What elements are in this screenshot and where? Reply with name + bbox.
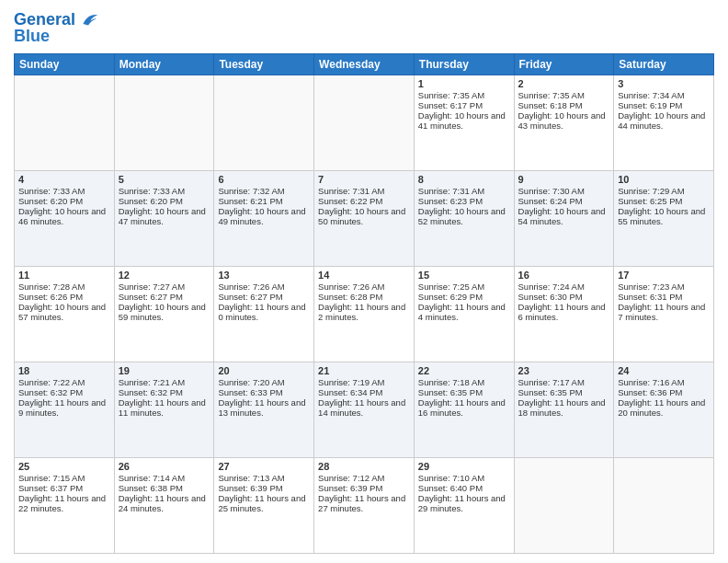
day-number: 4 [18,174,110,185]
calendar-cell [314,75,415,170]
calendar-cell: 28Sunrise: 7:12 AMSunset: 6:39 PMDayligh… [314,457,415,553]
day-info-line: Sunset: 6:23 PM [418,196,510,206]
day-info-line: Daylight: 10 hours and 46 minutes. [18,206,110,226]
calendar-cell: 4Sunrise: 7:33 AMSunset: 6:20 PMDaylight… [15,170,115,266]
day-info-line: Sunrise: 7:28 AM [18,282,110,292]
day-info-line: Sunset: 6:33 PM [218,387,310,397]
day-info-line: Daylight: 10 hours and 44 minutes. [618,110,710,131]
day-number: 17 [618,270,710,281]
day-info-line: Sunrise: 7:26 AM [218,282,310,292]
day-number: 5 [119,174,210,185]
calendar-cell: 19Sunrise: 7:21 AMSunset: 6:32 PMDayligh… [114,362,214,457]
day-info-line: Daylight: 11 hours and 9 minutes. [18,397,110,418]
day-info-line: Sunrise: 7:21 AM [119,377,210,387]
day-number: 8 [418,174,510,185]
day-info-line: Sunset: 6:38 PM [119,483,210,493]
day-info-line: Daylight: 10 hours and 49 minutes. [218,206,310,226]
day-info-line: Daylight: 11 hours and 24 minutes. [119,493,210,513]
calendar-cell: 26Sunrise: 7:14 AMSunset: 6:38 PMDayligh… [114,457,214,553]
day-info-line: Daylight: 11 hours and 20 minutes. [618,397,710,418]
calendar-cell: 5Sunrise: 7:33 AMSunset: 6:20 PMDaylight… [114,170,214,266]
calendar-cell: 13Sunrise: 7:26 AMSunset: 6:27 PMDayligh… [214,266,314,362]
day-info-line: Sunrise: 7:20 AM [218,377,310,387]
calendar-cell: 12Sunrise: 7:27 AMSunset: 6:27 PMDayligh… [114,266,214,362]
logo-bird-icon [77,9,99,31]
calendar-cell: 18Sunrise: 7:22 AMSunset: 6:32 PMDayligh… [15,362,115,457]
day-number: 26 [119,461,210,472]
day-info-line: Daylight: 10 hours and 54 minutes. [518,206,610,226]
week-row-5: 25Sunrise: 7:15 AMSunset: 6:37 PMDayligh… [15,457,714,553]
day-info-line: Sunset: 6:17 PM [418,100,510,110]
day-info-line: Sunrise: 7:15 AM [18,473,110,483]
day-number: 12 [119,270,210,281]
week-row-3: 11Sunrise: 7:28 AMSunset: 6:26 PMDayligh… [15,266,714,362]
day-number: 24 [618,365,710,376]
day-number: 18 [18,365,110,376]
day-number: 29 [418,461,510,472]
day-info-line: Sunrise: 7:26 AM [318,282,410,292]
calendar-cell: 8Sunrise: 7:31 AMSunset: 6:23 PMDaylight… [414,170,514,266]
day-info-line: Sunrise: 7:14 AM [119,473,210,483]
day-info-line: Sunset: 6:18 PM [518,100,610,110]
calendar-cell: 20Sunrise: 7:20 AMSunset: 6:33 PMDayligh… [214,362,314,457]
day-info-line: Sunrise: 7:16 AM [618,377,710,387]
calendar-cell: 15Sunrise: 7:25 AMSunset: 6:29 PMDayligh… [414,266,514,362]
day-info-line: Sunrise: 7:24 AM [518,282,610,292]
calendar-cell: 9Sunrise: 7:30 AMSunset: 6:24 PMDaylight… [514,170,614,266]
day-info-line: Sunset: 6:35 PM [418,387,510,397]
day-info-line: Sunset: 6:40 PM [418,483,510,493]
calendar-cell: 23Sunrise: 7:17 AMSunset: 6:35 PMDayligh… [514,362,614,457]
day-info-line: Daylight: 11 hours and 18 minutes. [518,397,610,418]
day-info-line: Daylight: 10 hours and 43 minutes. [518,110,610,131]
day-number: 16 [518,270,610,281]
day-info-line: Sunrise: 7:27 AM [119,282,210,292]
calendar-cell: 2Sunrise: 7:35 AMSunset: 6:18 PMDaylight… [514,75,614,170]
day-info-line: Sunrise: 7:32 AM [218,186,310,196]
day-header-monday: Monday [114,53,214,75]
week-row-2: 4Sunrise: 7:33 AMSunset: 6:20 PMDaylight… [15,170,714,266]
day-number: 7 [318,174,410,185]
calendar-cell: 22Sunrise: 7:18 AMSunset: 6:35 PMDayligh… [414,362,514,457]
day-header-wednesday: Wednesday [314,53,415,75]
day-number: 27 [218,461,310,472]
day-header-thursday: Thursday [414,53,514,75]
day-info-line: Sunrise: 7:23 AM [618,282,710,292]
calendar-cell: 10Sunrise: 7:29 AMSunset: 6:25 PMDayligh… [614,170,714,266]
day-info-line: Sunrise: 7:18 AM [418,377,510,387]
day-info-line: Daylight: 11 hours and 0 minutes. [218,302,310,322]
calendar-cell: 11Sunrise: 7:28 AMSunset: 6:26 PMDayligh… [15,266,115,362]
day-number: 23 [518,365,610,376]
day-info-line: Daylight: 11 hours and 11 minutes. [119,397,210,418]
day-header-friday: Friday [514,53,614,75]
day-info-line: Daylight: 11 hours and 22 minutes. [18,493,110,513]
day-info-line: Sunset: 6:20 PM [119,196,210,206]
day-number: 20 [218,365,310,376]
header: General Blue [14,9,714,46]
day-info-line: Daylight: 11 hours and 29 minutes. [418,493,510,513]
day-info-line: Sunset: 6:27 PM [119,292,210,302]
day-info-line: Sunset: 6:19 PM [618,100,710,110]
calendar-header-row: SundayMondayTuesdayWednesdayThursdayFrid… [15,53,714,75]
day-number: 28 [318,461,410,472]
day-info-line: Sunset: 6:32 PM [119,387,210,397]
day-info-line: Sunset: 6:32 PM [18,387,110,397]
day-info-line: Sunset: 6:37 PM [18,483,110,493]
day-header-saturday: Saturday [614,53,714,75]
calendar-cell: 16Sunrise: 7:24 AMSunset: 6:30 PMDayligh… [514,266,614,362]
day-info-line: Daylight: 11 hours and 27 minutes. [318,493,410,513]
day-info-line: Sunset: 6:24 PM [518,196,610,206]
day-info-line: Sunrise: 7:10 AM [418,473,510,483]
day-info-line: Daylight: 11 hours and 6 minutes. [518,302,610,322]
day-info-line: Sunrise: 7:17 AM [518,377,610,387]
day-number: 21 [318,365,410,376]
calendar-body: 1Sunrise: 7:35 AMSunset: 6:17 PMDaylight… [15,75,714,553]
calendar-cell: 27Sunrise: 7:13 AMSunset: 6:39 PMDayligh… [214,457,314,553]
week-row-1: 1Sunrise: 7:35 AMSunset: 6:17 PMDaylight… [15,75,714,170]
day-number: 14 [318,270,410,281]
day-info-line: Sunset: 6:27 PM [218,292,310,302]
calendar-cell: 25Sunrise: 7:15 AMSunset: 6:37 PMDayligh… [15,457,115,553]
day-info-line: Daylight: 10 hours and 50 minutes. [318,206,410,226]
day-info-line: Daylight: 11 hours and 25 minutes. [218,493,310,513]
day-info-line: Daylight: 10 hours and 57 minutes. [18,302,110,322]
page: General Blue SundayMondayTuesdayWednesda… [0,0,728,563]
